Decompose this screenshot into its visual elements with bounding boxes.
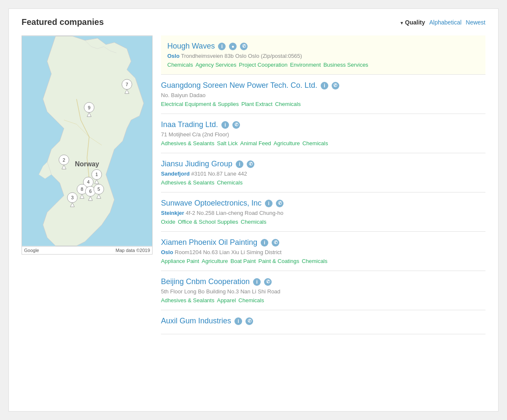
company-name-row: Auxil Gum Industriesi✆ — [161, 317, 485, 325]
info-icon[interactable]: i — [234, 317, 242, 325]
company-tag[interactable]: Project Cooperation — [239, 62, 288, 68]
company-name[interactable]: Hough Waves — [167, 42, 215, 51]
company-tag[interactable]: Plant Extract — [241, 101, 273, 107]
company-name-row: Xiamen Phoenix Oil Paintingi✆ — [161, 238, 485, 247]
company-city: Oslo — [167, 53, 181, 59]
info-icon[interactable]: i — [261, 239, 268, 247]
company-name[interactable]: Guangdong Soreen New Power Tech. Co. Ltd… — [161, 81, 317, 90]
company-name-row: Jiansu Jiuding Groupi✆ — [161, 160, 485, 168]
company-name[interactable]: Jiansu Jiuding Group — [161, 160, 232, 168]
company-name-row: Hough Wavesi●✆ — [167, 42, 479, 51]
svg-text:8: 8 — [81, 187, 83, 192]
company-name-row: Sunwave Optoelectronics, Inci✆ — [161, 199, 485, 208]
info-icon[interactable]: i — [321, 82, 328, 89]
company-tag[interactable]: Chemicals — [217, 179, 243, 186]
company-tag[interactable]: Adhesives & Sealants — [161, 179, 214, 186]
info-icon[interactable]: i — [253, 278, 261, 286]
page-container: Featured companies Quality Alphabetical … — [8, 8, 499, 412]
company-card: Guangdong Soreen New Power Tech. Co. Ltd… — [161, 75, 485, 114]
company-city: Oslo — [161, 249, 175, 255]
company-tag[interactable]: Office & School Supplies — [178, 219, 238, 225]
company-name-row: Beijing Cnbm Cooperationi✆ — [161, 277, 485, 286]
company-tag[interactable]: Environment — [290, 62, 321, 68]
company-name[interactable]: Beijing Cnbm Cooperation — [161, 277, 250, 286]
sort-newest[interactable]: Newest — [466, 19, 485, 26]
sort-active[interactable]: Quality — [400, 19, 425, 26]
company-tag[interactable]: Electrical Equipment & Supplies — [161, 101, 239, 107]
company-tags: Appliance PaintAgricultureBoat PaintPain… — [161, 258, 485, 264]
company-tag[interactable]: Animal Feed — [240, 140, 271, 146]
phone-icon[interactable]: ✆ — [276, 200, 283, 207]
phone-icon[interactable]: ✆ — [245, 317, 253, 325]
map-container[interactable]: Norway 7 9 — [22, 35, 153, 247]
company-tag[interactable]: Adhesives & Sealants — [161, 297, 214, 303]
info-icon[interactable]: i — [236, 160, 243, 168]
company-address: 5th Floor Long Bo Building No.3 Nan Li S… — [161, 288, 485, 295]
svg-text:5: 5 — [98, 187, 100, 192]
standalone-companies-list: Xiamen Phoenix Oil Paintingi✆Oslo Room12… — [161, 232, 485, 334]
company-name[interactable]: Sunwave Optoelectronics, Inc — [161, 199, 262, 208]
page-title: Featured companies — [22, 17, 104, 27]
globe-icon[interactable]: ● — [229, 43, 237, 50]
svg-text:Norway: Norway — [75, 160, 99, 168]
company-name[interactable]: Inaa Trading Ltd. — [161, 120, 218, 129]
company-card: Xiamen Phoenix Oil Paintingi✆Oslo Room12… — [161, 232, 485, 271]
company-tags: Electrical Equipment & SuppliesPlant Ext… — [161, 101, 485, 107]
company-tag[interactable]: Paint & Coatings — [258, 258, 299, 264]
company-address: No. Baiyun Dadao — [161, 92, 485, 98]
company-address: Steinkjer 4f-2 No.258 Lian-cheng Road Ch… — [161, 210, 485, 216]
sort-alphabetical[interactable]: Alphabetical — [429, 19, 461, 26]
svg-text:3: 3 — [71, 195, 74, 200]
sort-options: Quality Alphabetical Newest — [400, 19, 485, 26]
phone-icon[interactable]: ✆ — [232, 121, 240, 129]
company-tag[interactable]: Oxide — [161, 219, 175, 225]
company-tags: Adhesives & SealantsSalt LickAnimal Feed… — [161, 140, 485, 146]
phone-icon[interactable]: ✆ — [332, 82, 339, 89]
company-city: Steinkjer — [161, 210, 186, 216]
svg-text:2: 2 — [63, 157, 65, 163]
company-tag[interactable]: Chemicals — [303, 140, 328, 146]
svg-text:6: 6 — [89, 189, 92, 194]
phone-icon[interactable]: ✆ — [264, 278, 272, 286]
featured-companies-list: Hough Wavesi●✆Oslo Trondheimsveien 83b O… — [161, 35, 485, 232]
info-icon[interactable]: i — [218, 43, 226, 50]
company-tags: Adhesives & SealantsChemicals — [161, 179, 485, 186]
company-tags: ChemicalsAgency ServicesProject Cooperat… — [167, 62, 479, 68]
company-name[interactable]: Xiamen Phoenix Oil Painting — [161, 238, 257, 247]
company-card: Beijing Cnbm Cooperationi✆5th Floor Long… — [161, 271, 485, 310]
company-tag[interactable]: Business Services — [323, 62, 368, 68]
company-address: Oslo Trondheimsveien 83b Oslo Oslo (Zip/… — [167, 53, 479, 59]
company-address: Oslo Room1204 No.63 Lian Xiu Li Siming D… — [161, 249, 485, 255]
company-tag[interactable]: Apparel — [217, 297, 236, 303]
company-tag[interactable]: Chemicals — [241, 219, 267, 225]
company-name[interactable]: Auxil Gum Industries — [161, 317, 231, 325]
phone-icon[interactable]: ✆ — [240, 43, 248, 50]
google-logo: Google — [24, 248, 39, 253]
company-tags: Adhesives & SealantsApparelChemicals — [161, 297, 485, 303]
company-tag[interactable]: Boat Paint — [230, 258, 256, 264]
phone-icon[interactable]: ✆ — [272, 239, 279, 247]
company-tag[interactable]: Agriculture — [202, 258, 228, 264]
company-card: Sunwave Optoelectronics, Inci✆Steinkjer … — [161, 192, 485, 232]
map-section: Norway 7 9 — [22, 35, 153, 334]
company-tag[interactable]: Chemicals — [167, 62, 193, 68]
svg-text:7: 7 — [125, 82, 128, 87]
company-card: Jiansu Jiuding Groupi✆Sandefjord #3101 N… — [161, 153, 485, 192]
company-tag[interactable]: Chemicals — [238, 297, 264, 303]
company-tag[interactable]: Adhesives & Sealants — [161, 140, 214, 146]
info-icon[interactable]: i — [265, 200, 273, 207]
phone-icon[interactable]: ✆ — [247, 160, 254, 168]
company-card: Auxil Gum Industriesi✆ — [161, 310, 485, 334]
map-footer: Google Map data ©2019 — [22, 247, 153, 255]
company-name-row: Inaa Trading Ltd.i✆ — [161, 120, 485, 129]
company-tag[interactable]: Agriculture — [274, 140, 300, 146]
company-city: Sandefjord — [161, 171, 191, 177]
company-tag[interactable]: Salt Lick — [217, 140, 237, 146]
company-name-row: Guangdong Soreen New Power Tech. Co. Ltd… — [161, 81, 485, 90]
company-tag[interactable]: Appliance Paint — [161, 258, 199, 264]
info-icon[interactable]: i — [221, 121, 229, 129]
companies-section: Hough Wavesi●✆Oslo Trondheimsveien 83b O… — [161, 35, 485, 334]
company-tag[interactable]: Chemicals — [302, 258, 327, 264]
company-tag[interactable]: Agency Services — [196, 62, 237, 68]
company-tag[interactable]: Chemicals — [275, 101, 301, 107]
